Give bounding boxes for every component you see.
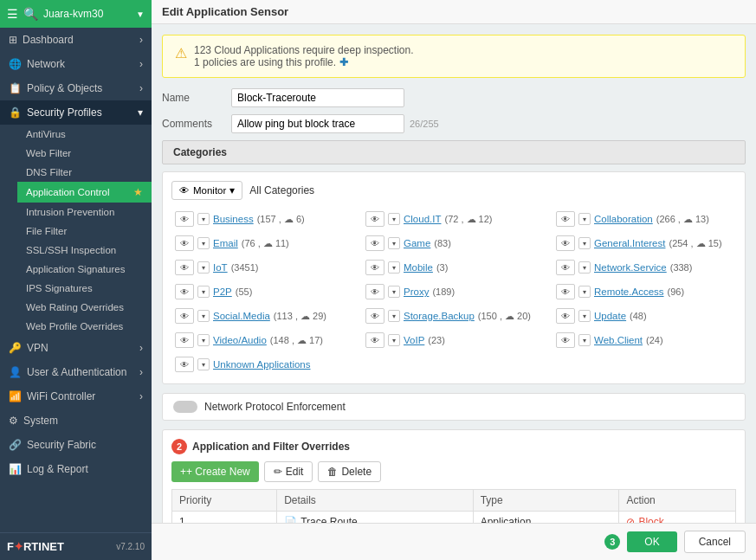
cat-chevron-icon[interactable]: ▾ [578,261,591,274]
cat-chevron-icon[interactable]: ▾ [388,286,400,298]
cat-eye-icon[interactable]: 👁 [175,260,194,275]
search-icon[interactable]: 🔍 [23,7,38,21]
cat-eye-icon[interactable]: 👁 [175,332,194,348]
sidebar-item-ips-signatures[interactable]: IPS Signatures [17,279,152,298]
cat-eye-icon[interactable]: 👁 [175,235,194,251]
cat-name[interactable]: Business [213,214,254,224]
cat-name[interactable]: Update [594,311,626,321]
sidebar-item-network[interactable]: 🌐Network › [0,52,152,76]
name-input[interactable] [231,88,404,107]
cat-chevron-icon[interactable]: ▾ [578,334,591,346]
cat-chevron-icon[interactable]: ▾ [197,286,210,298]
sidebar-item-log-report[interactable]: 📊Log & Report [0,457,152,481]
cat-eye-icon[interactable]: 👁 [365,235,384,251]
cat-eye-icon[interactable]: 👁 [556,260,575,275]
cat-eye-icon[interactable]: 👁 [175,308,194,324]
sidebar-item-vpn[interactable]: 🔑VPN › [0,336,152,360]
cat-chevron-icon[interactable]: ▾ [388,261,400,274]
comments-input[interactable] [231,114,404,133]
sidebar-item-web-profile[interactable]: Web Profile Overrides [17,317,152,336]
menu-icon[interactable]: ☰ [7,7,18,21]
cat-chevron-icon[interactable]: ▾ [388,237,400,249]
sidebar-section-security-profiles[interactable]: 🔒Security Profiles ▾ [0,100,152,125]
cat-count: (148 , ☁ 17) [270,335,323,346]
warning-plus-icon[interactable]: ✚ [339,56,348,68]
table-row[interactable]: 1 📄Trace.Route Application ⊘ Block [172,512,736,524]
sidebar-item-file-filter[interactable]: File Filter [17,222,152,241]
cat-eye-icon[interactable]: 👁 [365,260,384,275]
sidebar-item-antivirus[interactable]: AntiVirus [17,125,152,144]
cat-chevron-icon[interactable]: ▾ [578,213,591,225]
cat-chevron-icon[interactable]: ▾ [578,286,591,298]
cat-chevron-icon[interactable]: ▾ [578,237,591,249]
sidebar-item-dns-filter[interactable]: DNS Filter [17,163,152,182]
cat-name[interactable]: Network.Service [594,262,667,273]
category-item-email: 👁 ▾ Email (76 , ☁ 11) [171,233,355,254]
cat-eye-icon[interactable]: 👁 [556,284,575,299]
cat-eye-icon[interactable]: 👁 [556,308,575,324]
edit-button[interactable]: ✏ Edit [264,461,313,482]
overrides-header: 2 Application and Filter Overrides [171,439,736,454]
cat-chevron-icon[interactable]: ▾ [388,213,400,225]
cat-chevron-icon[interactable]: ▾ [197,334,210,346]
sidebar-item-app-signatures[interactable]: Application Signatures [17,260,152,279]
cat-chevron-icon[interactable]: ▾ [197,358,210,370]
cat-chevron-icon[interactable]: ▾ [197,310,210,322]
cat-name[interactable]: Remote.Access [594,286,664,297]
cat-eye-icon[interactable]: 👁 [365,308,384,324]
sidebar-item-application-control[interactable]: Application Control ★ [17,182,152,203]
cat-eye-icon[interactable]: 👁 [175,357,194,372]
create-new-button[interactable]: + + Create New [171,461,259,482]
cat-name[interactable]: VoIP [404,335,424,345]
comments-label: Comments [162,118,231,130]
cat-name[interactable]: General.Interest [594,238,665,248]
cat-eye-icon[interactable]: 👁 [365,284,384,299]
cat-name[interactable]: Social.Media [213,311,270,321]
cat-name[interactable]: Storage.Backup [404,311,475,321]
cat-chevron-icon[interactable]: ▾ [197,237,210,249]
sidebar-item-system[interactable]: ⚙System [0,409,152,433]
cancel-button[interactable]: Cancel [684,531,746,553]
cat-name[interactable]: Game [404,238,430,248]
cat-eye-icon[interactable]: 👁 [365,211,384,227]
sidebar-item-web-rating[interactable]: Web Rating Overrides [17,298,152,317]
step-badge-2: 2 [171,439,187,454]
cat-eye-icon[interactable]: 👁 [556,235,575,251]
cat-name[interactable]: Video/Audio [213,335,267,345]
cat-eye-icon[interactable]: 👁 [365,332,384,348]
cat-eye-icon[interactable]: 👁 [175,211,194,227]
cat-eye-icon[interactable]: 👁 [175,284,194,299]
cat-name[interactable]: Collaboration [594,214,653,224]
delete-button[interactable]: 🗑 Delete [318,461,381,482]
cat-eye-icon[interactable]: 👁 [556,332,575,348]
cat-chevron-icon[interactable]: ▾ [197,213,210,225]
cat-name[interactable]: Email [213,238,238,248]
sidebar-item-intrusion-prevention[interactable]: Intrusion Prevention [17,203,152,222]
cat-name[interactable]: Mobile [404,262,433,273]
star-icon[interactable]: ★ [133,186,143,198]
cat-eye-icon[interactable]: 👁 [556,211,575,227]
sidebar-item-policy[interactable]: 📋Policy & Objects › [0,76,152,100]
monitor-button[interactable]: 👁 Monitor ▾ [171,181,242,200]
cat-chevron-icon[interactable]: ▾ [388,310,400,322]
sidebar-item-security-fabric[interactable]: 🔗Security Fabric [0,433,152,457]
cat-name[interactable]: IoT [213,262,228,273]
cat-name[interactable]: Proxy [404,286,429,297]
sidebar-item-wifi[interactable]: 📶WiFi Controller › [0,384,152,409]
sidebar-item-web-filter[interactable]: Web Filter [17,144,152,163]
cat-name[interactable]: Cloud.IT [404,214,441,224]
cat-name[interactable]: Unknown Applications [213,359,311,370]
cat-chevron-icon[interactable]: ▾ [578,310,591,322]
network-protocol-toggle[interactable] [173,401,197,413]
sidebar-item-user-auth[interactable]: 👤User & Authentication › [0,360,152,384]
cat-chevron-icon[interactable]: ▾ [197,261,210,274]
cat-name[interactable]: P2P [213,286,232,297]
cat-chevron-icon[interactable]: ▾ [388,334,400,346]
action-block: ⊘ Block [626,516,728,523]
chevron-down-icon: ▾ [138,106,143,119]
sidebar-item-dashboard[interactable]: ⊞Dashboard › [0,28,152,52]
sidebar-item-ssl-ssh[interactable]: SSL/SSH Inspection [17,241,152,260]
all-categories-label: All Categories [249,184,314,196]
cat-name[interactable]: Web.Client [594,335,643,345]
ok-button[interactable]: OK [627,531,676,552]
